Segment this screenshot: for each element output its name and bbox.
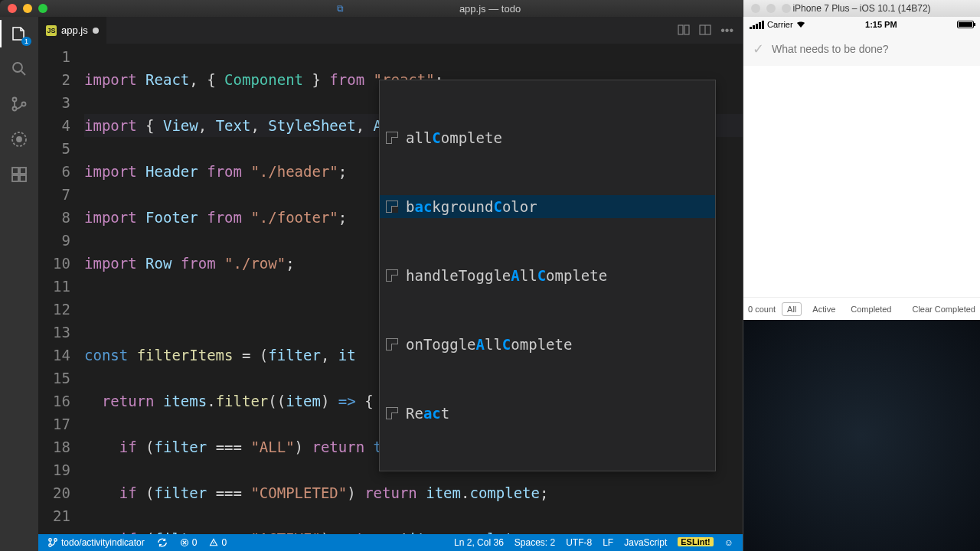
svg-point-5 [17,137,21,142]
desktop-background [743,320,980,551]
sim-maximize-icon[interactable] [782,4,791,13]
encoding-status[interactable]: UTF-8 [563,537,595,548]
activity-bar: 1 [0,17,38,551]
todo-header: ✓ [743,32,980,66]
filter-completed[interactable]: Completed [846,303,896,315]
symbol-icon [386,132,398,144]
intellisense-item[interactable]: React [380,402,715,425]
tab-bar: JS app.js ••• [38,17,743,44]
intellisense-item[interactable]: handleToggleAllComplete [380,264,715,287]
explorer-icon[interactable]: 1 [8,23,30,44]
intellisense-item[interactable]: onToggleAllComplete [380,333,715,356]
compare-changes-icon[interactable] [678,24,690,37]
source-control-icon[interactable] [8,93,30,115]
symbol-icon [386,269,398,282]
todo-input[interactable] [772,43,971,55]
eslint-status[interactable]: ESLint! [675,537,717,546]
code-editor[interactable]: 123456789101112131415161718192021 import… [38,44,743,534]
indentation-status[interactable]: Spaces: 2 [511,537,558,548]
code-content[interactable]: import React, { Component } from "react"… [84,44,743,534]
svg-point-15 [54,539,57,542]
clock: 1:15 PM [865,20,897,29]
svg-rect-9 [20,175,26,181]
svg-point-0 [13,63,22,72]
sim-minimize-icon[interactable] [766,4,776,13]
filter-active[interactable]: Active [808,303,840,315]
maximize-traffic-light[interactable] [38,4,47,13]
svg-point-1 [13,98,17,102]
extensions-icon[interactable] [8,164,30,185]
vscode-icon: ⧉ [337,3,344,14]
todo-count: 0 count [748,305,776,314]
status-bar: todo/activityindicator 0 0 Ln 2, Col 36 … [38,534,743,551]
window-title: app.js — todo [459,3,521,15]
filter-all[interactable]: All [782,302,802,316]
more-actions-icon[interactable]: ••• [720,24,733,37]
symbol-icon [386,201,398,213]
ios-simulator: iPhone 7 Plus – iOS 10.1 (14B72) Carrier… [743,17,980,551]
svg-rect-7 [20,168,26,174]
simulator-titlebar: iPhone 7 Plus – iOS 10.1 (14B72) [743,0,980,17]
intellisense-item[interactable]: allComplete [380,126,715,149]
javascript-file-icon: JS [46,25,57,36]
feedback-icon[interactable]: ☺ [721,537,737,548]
sync-status[interactable] [154,534,171,551]
svg-rect-6 [12,168,18,174]
search-icon[interactable] [8,58,30,80]
line-number-gutter: 123456789101112131415161718192021 [38,44,84,534]
tab-appjs[interactable]: JS app.js [38,17,107,44]
simulator-traffic-lights [743,4,791,13]
svg-rect-8 [12,175,18,181]
horizontal-scrollbar[interactable] [130,527,743,534]
clear-completed[interactable]: Clear Completed [912,305,975,314]
split-editor-icon[interactable] [699,24,711,37]
git-branch-status[interactable]: todo/activityindicator [44,534,148,551]
editor-actions: ••• [678,24,743,37]
intellisense-popup[interactable]: allComplete backgroundColor handleToggle… [379,80,716,471]
explorer-badge: 1 [21,37,31,46]
svg-point-2 [13,107,17,111]
toggle-all-icon[interactable]: ✓ [753,41,764,57]
warnings-status[interactable]: 0 [206,534,230,551]
intellisense-item-selected[interactable]: backgroundColor [380,195,715,218]
svg-rect-11 [684,25,689,34]
simulator-title: iPhone 7 Plus – iOS 10.1 (14B72) [792,3,930,14]
svg-rect-10 [678,25,683,34]
minimize-traffic-light[interactable] [23,4,32,13]
battery-icon [957,21,974,28]
todo-footer: 0 count All Active Completed Clear Compl… [743,297,980,320]
tab-filename: app.js [61,24,88,36]
cursor-position-status[interactable]: Ln 2, Col 36 [451,537,507,548]
svg-point-13 [49,539,52,542]
svg-point-14 [49,544,52,547]
close-traffic-light[interactable] [8,4,17,13]
wifi-icon [796,21,805,28]
errors-status[interactable]: 0 [177,534,201,551]
todo-list[interactable] [743,66,980,297]
sim-close-icon[interactable] [751,4,760,13]
traffic-lights [0,4,47,13]
language-status[interactable]: JavaScript [621,537,670,548]
signal-icon [750,21,764,29]
ios-status-bar: Carrier 1:15 PM [743,17,980,32]
svg-point-3 [22,103,26,106]
eol-status[interactable]: LF [599,537,616,548]
symbol-icon [386,407,398,419]
symbol-icon [386,338,398,350]
debug-icon[interactable] [8,129,30,150]
dirty-indicator-icon [93,28,99,34]
carrier-label: Carrier [767,20,793,29]
